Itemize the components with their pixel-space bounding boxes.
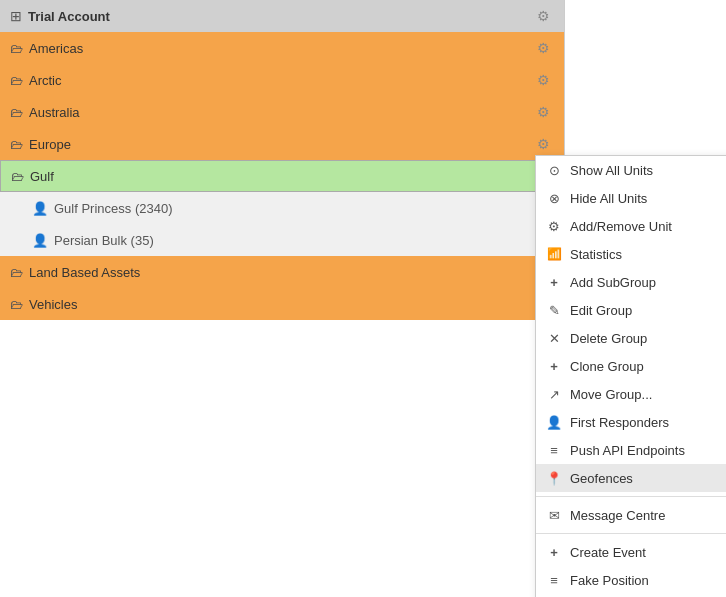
folder-icon: 🗁 <box>10 265 23 280</box>
tree-row-australia[interactable]: 🗁 Australia ⚙ <box>0 96 564 128</box>
folder-icon: 🗁 <box>10 73 23 88</box>
menu-add-subgroup[interactable]: + Add SubGroup <box>536 268 726 296</box>
hide-all-units-label: Hide All Units <box>570 191 647 206</box>
first-responders-label: First Responders <box>570 415 669 430</box>
folder-icon: 🗁 <box>10 297 23 312</box>
hide-all-units-icon: ⊗ <box>546 191 562 206</box>
menu-show-all-units[interactable]: ⊙ Show All Units <box>536 156 726 184</box>
move-group-label: Move Group... <box>570 387 652 402</box>
add-remove-unit-label: Add/Remove Unit <box>570 219 672 234</box>
grid-icon: ⊞ <box>10 8 22 24</box>
gulf-label: Gulf <box>30 169 54 184</box>
message-centre-icon: ✉ <box>546 508 562 523</box>
separator-1 <box>536 496 726 497</box>
menu-first-responders[interactable]: 👤 First Responders <box>536 408 726 436</box>
statistics-label: Statistics <box>570 247 622 262</box>
tree-row-vehicles[interactable]: 🗁 Vehicles ⚙ <box>0 288 564 320</box>
delete-group-label: Delete Group <box>570 331 647 346</box>
folder-icon: 🗁 <box>10 41 23 56</box>
europe-gear[interactable]: ⚙ <box>533 134 554 154</box>
europe-label: Europe <box>29 137 71 152</box>
menu-geofences[interactable]: 📍 Geofences <box>536 464 726 492</box>
arctic-gear[interactable]: ⚙ <box>533 70 554 90</box>
tree-row-gulf-princess[interactable]: 👤 Gulf Princess (2340) ⚙ <box>0 192 564 224</box>
folder-icon: 🗁 <box>11 169 24 184</box>
add-remove-unit-icon: ⚙ <box>546 219 562 234</box>
australia-gear[interactable]: ⚙ <box>533 102 554 122</box>
tree-row-arctic[interactable]: 🗁 Arctic ⚙ <box>0 64 564 96</box>
left-panel: ⊞ Trial Account ⚙ 🗁 Americas ⚙ 🗁 Arctic … <box>0 0 565 597</box>
land-based-label: Land Based Assets <box>29 265 140 280</box>
menu-fake-position[interactable]: ≡ Fake Position <box>536 566 726 594</box>
menu-edit-group[interactable]: ✎ Edit Group <box>536 296 726 324</box>
delete-group-icon: ✕ <box>546 331 562 346</box>
americas-label: Americas <box>29 41 83 56</box>
statistics-icon: 📶 <box>546 247 562 261</box>
clone-group-icon: + <box>546 359 562 374</box>
show-all-units-icon: ⊙ <box>546 163 562 178</box>
person-icon: 👤 <box>32 201 48 216</box>
move-group-icon: ↗ <box>546 387 562 402</box>
menu-hide-all-units[interactable]: ⊗ Hide All Units <box>536 184 726 212</box>
edit-group-icon: ✎ <box>546 303 562 318</box>
tree-row-trial-account[interactable]: ⊞ Trial Account ⚙ <box>0 0 564 32</box>
geofences-icon: 📍 <box>546 471 562 486</box>
message-centre-label: Message Centre <box>570 508 665 523</box>
gulf-princess-label: Gulf Princess (2340) <box>54 201 173 216</box>
tree-row-persian-bulk[interactable]: 👤 Persian Bulk (35) ⚙ <box>0 224 564 256</box>
tree-row-gulf[interactable]: 🗁 Gulf ⚙ <box>0 160 564 192</box>
add-subgroup-label: Add SubGroup <box>570 275 656 290</box>
menu-create-event[interactable]: + Create Event <box>536 538 726 566</box>
show-all-units-label: Show All Units <box>570 163 653 178</box>
folder-icon: 🗁 <box>10 137 23 152</box>
person-icon: 👤 <box>32 233 48 248</box>
tree-row-land-based[interactable]: 🗁 Land Based Assets ⚙ <box>0 256 564 288</box>
arctic-label: Arctic <box>29 73 62 88</box>
trial-account-gear[interactable]: ⚙ <box>533 6 554 26</box>
trial-account-label: Trial Account <box>28 9 110 24</box>
edit-group-label: Edit Group <box>570 303 632 318</box>
separator-2 <box>536 533 726 534</box>
menu-add-remove-unit[interactable]: ⚙ Add/Remove Unit <box>536 212 726 240</box>
create-event-label: Create Event <box>570 545 646 560</box>
main-container: ⊞ Trial Account ⚙ 🗁 Americas ⚙ 🗁 Arctic … <box>0 0 726 597</box>
menu-statistics[interactable]: 📶 Statistics <box>536 240 726 268</box>
tree-row-americas[interactable]: 🗁 Americas ⚙ <box>0 32 564 64</box>
clone-group-label: Clone Group <box>570 359 644 374</box>
menu-delete-group[interactable]: ✕ Delete Group <box>536 324 726 352</box>
americas-gear[interactable]: ⚙ <box>533 38 554 58</box>
push-api-label: Push API Endpoints <box>570 443 685 458</box>
menu-message-centre[interactable]: ✉ Message Centre <box>536 501 726 529</box>
persian-bulk-label: Persian Bulk (35) <box>54 233 154 248</box>
add-subgroup-icon: + <box>546 275 562 290</box>
menu-clone-group[interactable]: + Clone Group <box>536 352 726 380</box>
tree-row-europe[interactable]: 🗁 Europe ⚙ <box>0 128 564 160</box>
context-menu: ⊙ Show All Units ⊗ Hide All Units ⚙ Add/… <box>535 155 726 597</box>
fake-position-label: Fake Position <box>570 573 649 588</box>
folder-icon: 🗁 <box>10 105 23 120</box>
geofences-label: Geofences <box>570 471 633 486</box>
push-api-icon: ≡ <box>546 443 562 458</box>
create-event-icon: + <box>546 545 562 560</box>
fake-position-icon: ≡ <box>546 573 562 588</box>
menu-move-group[interactable]: ↗ Move Group... <box>536 380 726 408</box>
first-responders-icon: 👤 <box>546 415 562 430</box>
menu-push-api[interactable]: ≡ Push API Endpoints <box>536 436 726 464</box>
australia-label: Australia <box>29 105 80 120</box>
vehicles-label: Vehicles <box>29 297 77 312</box>
